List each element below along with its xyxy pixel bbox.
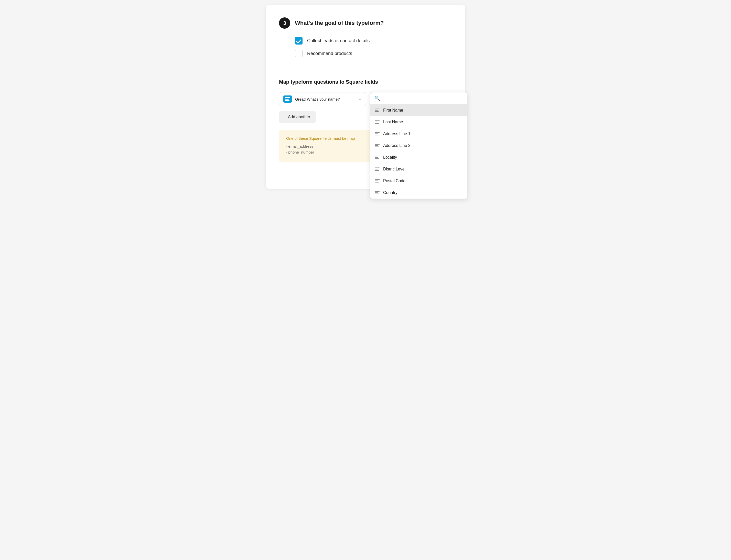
dropdown-item-label: Locality xyxy=(383,155,397,160)
svg-rect-5 xyxy=(375,111,379,112)
svg-rect-17 xyxy=(375,158,379,159)
step-badge: 3 xyxy=(279,17,290,29)
fields-icon xyxy=(375,144,380,147)
svg-rect-8 xyxy=(375,123,379,124)
chevron-down-icon: ⌄ xyxy=(359,97,362,101)
dropdown-item[interactable]: Country xyxy=(370,187,467,199)
checkbox-recommend-products-box[interactable] xyxy=(295,50,303,57)
fields-icon xyxy=(375,156,380,159)
dropdown-item[interactable]: First Name xyxy=(370,104,467,116)
question-icon xyxy=(283,95,292,103)
fields-icon xyxy=(375,109,380,112)
search-box: 🔍 xyxy=(370,92,467,104)
fields-icon xyxy=(375,120,380,124)
svg-rect-16 xyxy=(375,157,378,158)
question-dropdown[interactable]: Great! What's your name? ⌄ xyxy=(279,92,366,106)
svg-rect-4 xyxy=(375,110,378,111)
dropdown-item-label: Last Name xyxy=(383,120,403,124)
checkbox-recommend-products-label: Recommend products xyxy=(307,51,352,56)
section-divider xyxy=(279,70,452,70)
dropdown-item-label: Country xyxy=(383,190,397,195)
svg-rect-24 xyxy=(375,191,380,192)
mapping-row: Great! What's your name? ⌄ 🔍 First Name xyxy=(279,92,452,106)
svg-rect-2 xyxy=(285,100,289,101)
add-another-label: + Add another xyxy=(285,115,310,119)
fields-icon xyxy=(375,132,380,136)
dropdown-item[interactable]: Postal Code xyxy=(370,175,467,187)
dropdown-item-label: Postal Code xyxy=(383,179,405,183)
svg-rect-13 xyxy=(375,145,378,146)
svg-rect-18 xyxy=(375,168,380,168)
main-card: 3 What's the goal of this typeform? Coll… xyxy=(266,5,465,189)
search-icon: 🔍 xyxy=(374,95,380,101)
dropdown-item[interactable]: Address Line 1 xyxy=(370,128,467,140)
svg-rect-26 xyxy=(375,194,379,195)
fields-icon xyxy=(375,167,380,171)
checkbox-group: Collect leads or contact details Recomme… xyxy=(295,37,452,57)
svg-rect-9 xyxy=(375,132,380,133)
svg-rect-20 xyxy=(375,170,379,171)
svg-rect-3 xyxy=(375,109,380,110)
svg-rect-11 xyxy=(375,135,379,136)
dropdown-item[interactable]: Address Line 2 xyxy=(370,140,467,152)
dropdown-item[interactable]: Locality xyxy=(370,152,467,163)
section-title: What's the goal of this typeform? xyxy=(295,20,384,26)
dropdown-item[interactable]: Last Name xyxy=(370,116,467,128)
svg-rect-10 xyxy=(375,134,378,134)
dropdown-item-label: Address Line 1 xyxy=(383,132,411,136)
svg-rect-22 xyxy=(375,181,378,181)
dropdown-item-label: First Name xyxy=(383,108,403,113)
svg-rect-14 xyxy=(375,147,379,147)
svg-rect-21 xyxy=(375,179,380,180)
add-another-button[interactable]: + Add another xyxy=(279,111,316,123)
fields-icon xyxy=(375,179,380,183)
search-dropdown: 🔍 First Name xyxy=(370,92,467,199)
dropdown-item[interactable]: Distric Level xyxy=(370,163,467,175)
svg-rect-23 xyxy=(375,182,379,183)
checkbox-collect-leads-label: Collect leads or contact details xyxy=(307,38,370,44)
checkbox-recommend-products[interactable]: Recommend products xyxy=(295,50,452,57)
checkbox-collect-leads-box[interactable] xyxy=(295,37,303,45)
svg-rect-12 xyxy=(375,144,380,145)
svg-rect-0 xyxy=(285,97,290,98)
svg-rect-19 xyxy=(375,169,378,170)
svg-rect-25 xyxy=(375,192,378,193)
map-section-title: Map typeform questions to Square fields xyxy=(279,79,452,85)
svg-rect-6 xyxy=(375,121,380,121)
question-text: Great! What's your name? xyxy=(295,97,356,101)
section-header: 3 What's the goal of this typeform? xyxy=(279,17,452,29)
dropdown-item-label: Distric Level xyxy=(383,167,405,171)
svg-rect-15 xyxy=(375,156,380,157)
search-input[interactable] xyxy=(383,96,463,101)
checkbox-collect-leads[interactable]: Collect leads or contact details xyxy=(295,37,452,45)
fields-icon xyxy=(375,191,380,195)
dropdown-list: First Name Last Name Address Line 1 xyxy=(370,104,467,199)
svg-rect-1 xyxy=(285,99,289,100)
svg-rect-7 xyxy=(375,122,378,123)
dropdown-item-label: Address Line 2 xyxy=(383,143,411,148)
